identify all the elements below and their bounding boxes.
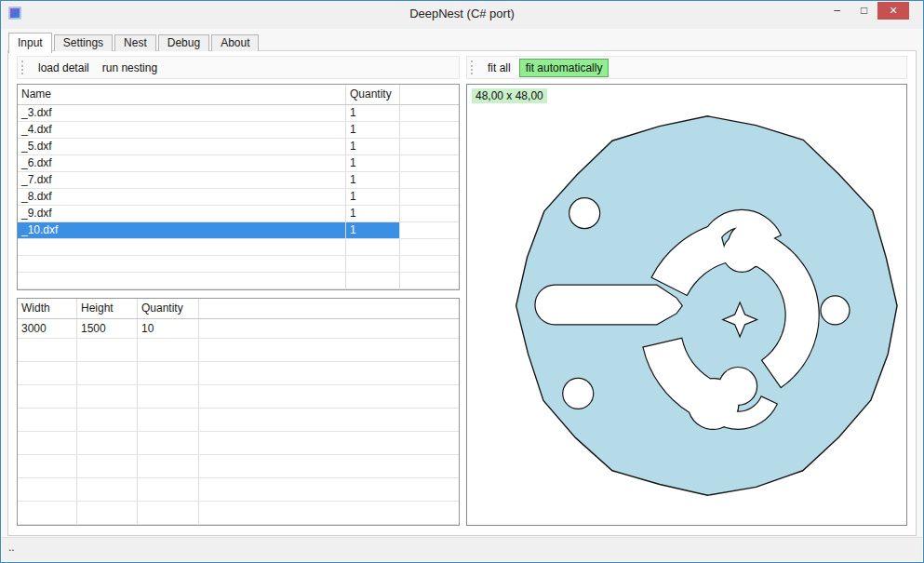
parts-table-empty-row[interactable] <box>18 256 459 273</box>
minimize-button[interactable]: – <box>824 2 850 20</box>
cell-c-name <box>18 273 346 288</box>
cell-c-fill <box>400 155 459 171</box>
cell-s-w <box>18 339 77 361</box>
cell-c-fill <box>400 273 459 288</box>
sheets-table-empty-row[interactable] <box>18 409 459 432</box>
cell-c-name: _9.dxf <box>18 206 346 221</box>
parts-table-row[interactable]: _5.dxf1 <box>18 139 459 155</box>
parts-table-row[interactable]: _6.dxf1 <box>18 155 459 172</box>
cell-c-fill <box>199 455 459 477</box>
parts-table-row[interactable]: _4.dxf1 <box>18 122 459 139</box>
cell-s-w <box>18 455 77 477</box>
cell-c-fill <box>199 362 459 384</box>
maximize-button[interactable]: □ <box>850 2 877 20</box>
sheets-table: Width Height Quantity 3000150010 <box>17 298 460 526</box>
sheets-table-empty-row[interactable] <box>18 478 459 502</box>
tab-debug[interactable]: Debug <box>158 34 209 51</box>
cell-c-fill <box>400 105 459 121</box>
sheets-table-empty-row[interactable] <box>18 432 459 455</box>
cell-c-fill <box>400 239 459 255</box>
sheet-dimension-label: 48,00 x 48,00 <box>472 88 547 103</box>
cell-s-h <box>77 525 138 526</box>
sheets-table-empty-row[interactable] <box>18 502 459 525</box>
run-nesting-button[interactable]: run nesting <box>96 59 164 77</box>
parts-header-quantity[interactable]: Quantity <box>346 85 400 104</box>
parts-table-row[interactable]: _8.dxf1 <box>18 189 459 206</box>
cell-s-w <box>18 409 77 431</box>
parts-table-row[interactable]: _3.dxf1 <box>18 105 459 122</box>
cell-c-qty: 1 <box>346 105 400 121</box>
sheets-header-width[interactable]: Width <box>18 299 77 318</box>
input-tab-page: load detail run nesting Name Quantity _3… <box>7 50 917 536</box>
load-detail-button[interactable]: load detail <box>32 59 96 77</box>
cell-s-h <box>77 502 138 524</box>
fit-all-button[interactable]: fit all <box>481 59 517 77</box>
preview-canvas[interactable]: 48,00 x 48,00 <box>466 84 907 526</box>
cell-s-h <box>77 478 138 501</box>
cell-s-w <box>18 502 77 524</box>
sheets-table-empty-row[interactable] <box>18 339 459 362</box>
cell-s-h <box>77 362 138 384</box>
cell-s-w <box>18 385 77 408</box>
cell-c-fill <box>199 525 459 526</box>
sheets-header-quantity[interactable]: Quantity <box>138 299 199 318</box>
sheets-header-height[interactable]: Height <box>77 299 138 318</box>
parts-table-empty-row[interactable] <box>18 273 459 289</box>
parts-table-header: Name Quantity <box>18 85 459 105</box>
tab-settings[interactable]: Settings <box>54 34 113 51</box>
tab-about[interactable]: About <box>211 34 259 51</box>
cell-s-h <box>77 385 138 408</box>
cell-s-h <box>77 455 138 477</box>
cell-s-q <box>138 362 199 384</box>
parts-header-name[interactable]: Name <box>18 85 346 104</box>
close-button[interactable]: ✕ <box>877 2 909 20</box>
tab-strip: Input Settings Nest Debug About <box>8 32 261 51</box>
cell-c-qty: 1 <box>346 222 400 238</box>
part-preview-svg <box>467 85 906 525</box>
sheets-table-empty-row[interactable] <box>18 525 459 526</box>
cell-c-name: _4.dxf <box>18 122 346 138</box>
cell-c-qty <box>346 273 400 288</box>
cell-c-qty <box>346 256 400 272</box>
cell-s-q <box>138 478 199 501</box>
cell-c-qty: 1 <box>346 189 400 205</box>
cell-c-fill <box>400 222 459 238</box>
cell-c-qty <box>346 289 400 290</box>
cell-s-w <box>18 525 77 526</box>
parts-header-filler <box>400 85 459 104</box>
cell-c-name <box>18 256 346 272</box>
cell-c-fill <box>199 432 459 454</box>
cell-s-h <box>77 409 138 431</box>
cell-s-h <box>77 432 138 454</box>
fit-automatically-button[interactable]: fit automatically <box>519 59 609 77</box>
cell-s-q <box>138 455 199 477</box>
sheets-table-empty-row[interactable] <box>18 362 459 385</box>
tab-nest[interactable]: Nest <box>114 34 156 51</box>
toolbar-grip-icon <box>471 60 475 74</box>
cell-c-fill <box>199 502 459 524</box>
parts-table-empty-row[interactable] <box>18 239 459 256</box>
cell-c-name: _6.dxf <box>18 155 346 171</box>
cell-s-w <box>18 432 77 454</box>
status-bar: .. <box>2 537 922 561</box>
window-title: DeepNest (C# port) <box>1 7 923 20</box>
parts-table-row[interactable]: _10.dxf1 <box>18 222 459 239</box>
tab-input[interactable]: Input <box>8 33 52 53</box>
cell-c-qty: 1 <box>346 139 400 154</box>
cell-s-q: 10 <box>138 319 199 338</box>
cell-c-fill <box>199 385 459 408</box>
sheets-table-row[interactable]: 3000150010 <box>18 319 459 339</box>
app-window: DeepNest (C# port) – □ ✕ Input Settings … <box>0 0 924 563</box>
cell-c-fill <box>400 289 459 290</box>
cell-c-fill <box>400 172 459 188</box>
cell-c-fill <box>199 478 459 501</box>
cell-s-h <box>77 339 138 361</box>
parts-table-empty-row[interactable] <box>18 289 459 290</box>
parts-table-row[interactable]: _7.dxf1 <box>18 172 459 189</box>
cell-c-name <box>18 239 346 255</box>
cell-c-fill <box>199 339 459 361</box>
left-toolbar: load detail run nesting <box>17 56 460 79</box>
sheets-table-empty-row[interactable] <box>18 455 459 478</box>
parts-table-row[interactable]: _9.dxf1 <box>18 206 459 222</box>
sheets-table-empty-row[interactable] <box>18 385 459 409</box>
